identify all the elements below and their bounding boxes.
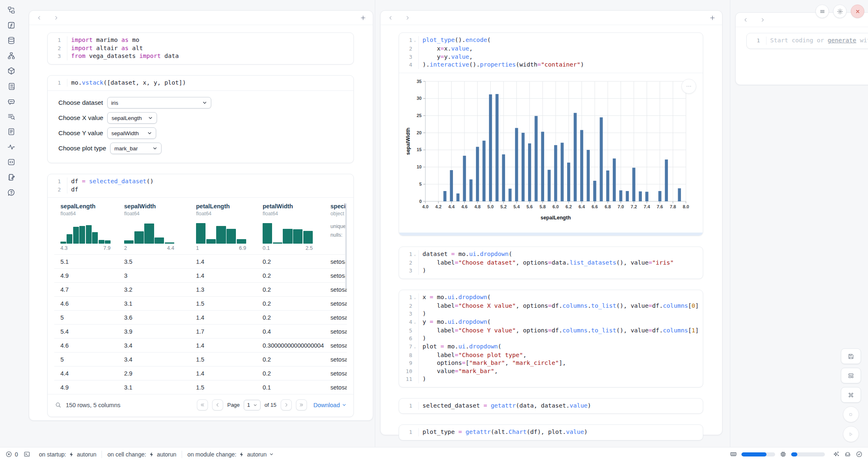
column-header-petalLength[interactable]: petalLengthfloat6416.9 xyxy=(196,203,263,251)
column-divider[interactable] xyxy=(375,0,375,447)
page-value: 1 xyxy=(247,402,250,408)
column-divider[interactable] xyxy=(730,0,730,447)
add-cell-button[interactable] xyxy=(360,15,366,21)
download-button[interactable]: Download xyxy=(314,402,347,408)
choose-plot-type-dropdown[interactable]: mark_bar xyxy=(110,143,162,154)
search-icon[interactable] xyxy=(55,401,62,408)
next-page-button[interactable] xyxy=(281,399,292,410)
database-button[interactable] xyxy=(3,35,19,45)
svg-text:6.8: 6.8 xyxy=(605,204,611,209)
run-mode-cell-change[interactable]: on cell change: autorun xyxy=(107,451,176,458)
chevron-down-icon xyxy=(253,403,257,407)
scratchpad-icon xyxy=(7,173,16,182)
chart-actions-button[interactable] xyxy=(681,79,696,94)
chevron-left-icon[interactable] xyxy=(743,17,748,23)
stop-icon xyxy=(847,411,854,418)
code-editor[interactable]: 1⌄x = mo.ui.dropdown(2 label="Choose X v… xyxy=(399,290,703,387)
help-button[interactable] xyxy=(3,187,19,197)
chevron-down-icon xyxy=(202,100,207,105)
chat-button[interactable] xyxy=(3,96,19,106)
code-editor[interactable]: 1 Start coding or generate with xyxy=(747,33,868,48)
first-page-button[interactable] xyxy=(197,399,208,410)
chevron-left-icon[interactable] xyxy=(388,15,393,21)
code-editor[interactable]: 1mo.vstack([dataset, x, y, plot]) xyxy=(48,76,353,91)
table-row[interactable]: 53.61.40.2setosa xyxy=(54,310,347,324)
choose-dataset-dropdown[interactable]: iris xyxy=(107,97,211,108)
layout-button[interactable] xyxy=(841,368,861,383)
svg-text:7.6: 7.6 xyxy=(657,204,663,209)
run-mode-startup[interactable]: on startup: autorun xyxy=(39,451,97,458)
bolt-icon xyxy=(69,452,74,457)
column-header xyxy=(381,11,722,25)
tracing-button[interactable] xyxy=(3,142,19,152)
code-editor[interactable]: 1⌄plot_type().encode(2 x=x.value,3 y=y.v… xyxy=(399,33,703,73)
output-resize-bar[interactable] xyxy=(399,233,703,235)
table-row[interactable]: 53.41.50.2setosa xyxy=(54,352,347,366)
connection-status-button[interactable] xyxy=(856,451,863,458)
code-line: 1import marimo as mo xyxy=(48,36,353,44)
save-icon xyxy=(847,353,854,360)
chevron-right-icon[interactable] xyxy=(760,17,765,23)
packages-button[interactable] xyxy=(3,66,19,76)
snippets-button[interactable] xyxy=(3,157,19,167)
functions-button[interactable] xyxy=(3,20,19,30)
svg-text:7.2: 7.2 xyxy=(631,204,637,209)
column-header-sepalLength[interactable]: sepalLengthfloat644.37.9 xyxy=(60,203,124,251)
table-row[interactable]: 4.63.41.40.30000000000000004setosa xyxy=(54,338,347,352)
save-button[interactable] xyxy=(841,348,861,364)
stop-button[interactable] xyxy=(843,406,859,422)
table-row[interactable]: 4.42.91.40.2setosa xyxy=(54,366,347,380)
column-header-species[interactable]: speciesobjectunique:nulls: xyxy=(330,203,347,251)
run-button[interactable] xyxy=(843,426,859,442)
prev-page-button[interactable] xyxy=(212,399,223,410)
last-page-button[interactable] xyxy=(296,399,307,410)
table-row[interactable]: 4.63.11.50.2setosa xyxy=(54,296,347,310)
logs-button[interactable] xyxy=(3,81,19,91)
close-button[interactable] xyxy=(851,5,864,18)
editor-placeholder: Start coding or generate with xyxy=(766,37,868,45)
ai-sparkles-button[interactable] xyxy=(833,451,840,458)
code-editor[interactable]: 1import marimo as mo2import altair as al… xyxy=(48,33,353,64)
error-indicator[interactable]: 0 xyxy=(5,451,18,458)
chevron-left-icon[interactable] xyxy=(37,15,42,21)
table-scrollbar[interactable] xyxy=(345,203,347,289)
table-row[interactable]: 4.93.11.50.1setosa xyxy=(54,380,347,394)
column-header-sepalWidth[interactable]: sepalWidthfloat6424.4 xyxy=(124,203,196,251)
table-row[interactable]: 4.931.40.2setosa xyxy=(54,268,347,282)
run-mode-module-change[interactable]: on module change: autorun xyxy=(187,451,274,458)
choose-x-value-dropdown[interactable]: sepalLength xyxy=(107,112,157,124)
scratchpad-button[interactable] xyxy=(3,172,19,182)
memory-usage-bar xyxy=(741,452,775,456)
code-line: 6) xyxy=(399,334,703,343)
table-search-button[interactable] xyxy=(3,111,19,121)
menu-button[interactable] xyxy=(815,5,829,18)
code-line: 11) xyxy=(399,375,703,383)
choose-y-value-dropdown[interactable]: sepalWidth xyxy=(107,127,156,139)
code-editor[interactable]: 1selected_dataset = getattr(data, datase… xyxy=(399,399,703,414)
code-cell-dataset-dropdown: 1⌄dataset = mo.ui.dropdown(2 label="Choo… xyxy=(399,247,703,279)
copilot-button[interactable] xyxy=(844,451,851,458)
page-select[interactable]: 1 xyxy=(244,400,260,410)
file-tree-button[interactable] xyxy=(3,5,19,15)
column-histogram xyxy=(196,221,246,244)
command-palette-button[interactable] xyxy=(841,387,861,403)
table-row[interactable]: 4.73.21.30.2setosa xyxy=(54,282,347,296)
svg-text:6.2: 6.2 xyxy=(566,204,572,209)
terminal-button[interactable] xyxy=(23,451,30,458)
column-header-petalWidth[interactable]: petalWidthfloat640.12.5 xyxy=(263,203,330,251)
documentation-button[interactable] xyxy=(3,127,19,136)
table-row[interactable]: 5.43.91.70.4setosa xyxy=(54,324,347,338)
settings-button[interactable] xyxy=(833,5,847,18)
database-icon xyxy=(7,36,16,45)
add-cell-button[interactable] xyxy=(709,15,716,21)
code-editor[interactable]: 1⌄dataset = mo.ui.dropdown(2 label="Choo… xyxy=(399,247,703,279)
chevron-right-icon[interactable] xyxy=(405,15,410,21)
code-editor[interactable]: 1plot_type = getattr(alt.Chart(df), plot… xyxy=(399,425,703,440)
chevron-right-icon[interactable] xyxy=(53,15,59,21)
snippets-icon xyxy=(7,158,16,166)
generate-link[interactable]: generate xyxy=(828,37,856,44)
dependency-graph-button[interactable] xyxy=(3,51,19,60)
functions-icon xyxy=(7,21,16,30)
table-row[interactable]: 5.13.51.40.2setosa xyxy=(54,254,347,268)
code-editor[interactable]: 1df = selected_dataset()2df xyxy=(48,174,353,197)
